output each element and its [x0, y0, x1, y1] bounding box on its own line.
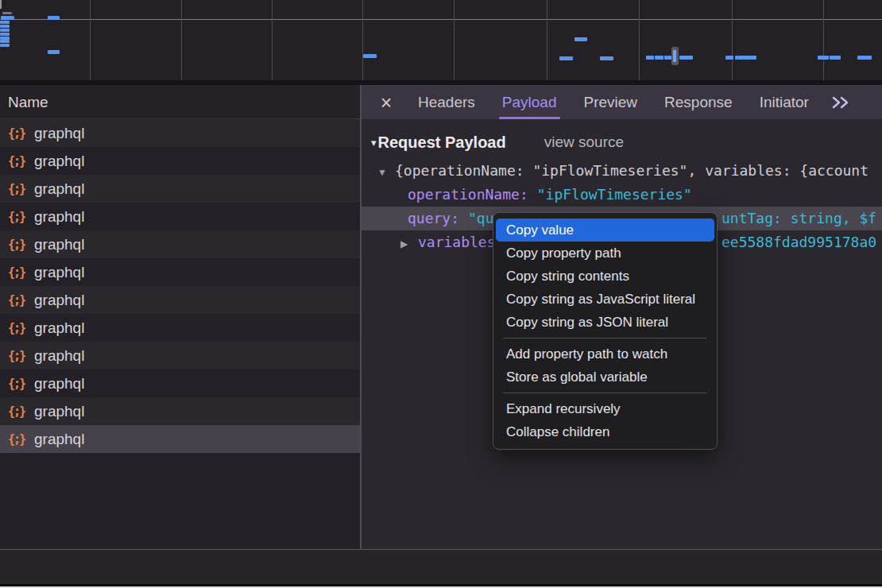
json-icon: {;} — [8, 210, 29, 224]
request-row[interactable]: {;}graphql — [0, 397, 360, 425]
menu-item-copy-string-json-literal[interactable]: Copy string as JSON literal — [493, 311, 717, 334]
waterfall-bar[interactable] — [1, 16, 13, 20]
json-icon: {;} — [8, 321, 29, 335]
waterfall-bar[interactable] — [363, 54, 377, 58]
tab-preview[interactable]: Preview — [584, 85, 638, 119]
json-icon: {;} — [8, 349, 29, 363]
json-icon: {;} — [8, 432, 29, 447]
request-row[interactable]: {;}graphql — [0, 258, 360, 286]
overview-vertical-gridline — [639, 0, 640, 80]
waterfall-bar[interactable] — [725, 56, 733, 60]
request-list-panel: Name {;}graphql {;}graphql {;}graphql {;… — [0, 85, 360, 549]
json-icon: {;} — [8, 182, 29, 196]
request-row[interactable]: {;}graphql — [0, 314, 360, 342]
json-icon: {;} — [8, 154, 29, 168]
menu-item-copy-value[interactable]: Copy value — [496, 219, 714, 242]
waterfall-bar[interactable] — [2, 12, 12, 14]
waterfall-selection-bar — [673, 50, 676, 62]
network-overview-waterfall[interactable] — [0, 0, 882, 80]
collapse-triangle-icon: ▾ — [371, 137, 377, 149]
tab-response[interactable]: Response — [664, 85, 733, 119]
view-source-link[interactable]: view source — [544, 133, 624, 151]
request-row[interactable]: {;}graphql — [0, 230, 360, 258]
json-icon: {;} — [8, 404, 29, 419]
waterfall-bar[interactable] — [0, 40, 10, 43]
request-name: graphql — [34, 208, 84, 226]
json-string-value-end: ee5588fdad995178a0 — [721, 230, 876, 254]
request-row[interactable]: {;}graphql — [0, 342, 360, 369]
overview-vertical-gridline — [454, 0, 455, 80]
request-payload-section-header[interactable]: ▾ Request Payload view source — [362, 130, 882, 155]
waterfall-bar[interactable] — [830, 56, 841, 60]
request-name: graphql — [34, 347, 84, 365]
expanded-triangle-icon[interactable]: ▼ — [377, 161, 395, 183]
request-row[interactable]: {;}graphql — [0, 203, 360, 230]
waterfall-bar[interactable] — [0, 44, 10, 47]
request-name: graphql — [34, 125, 84, 142]
overview-vertical-gridline — [362, 0, 363, 80]
request-row[interactable]: {;}graphql — [0, 119, 360, 147]
panel-divider[interactable] — [360, 85, 362, 585]
waterfall-bar[interactable] — [600, 56, 613, 60]
waterfall-bar[interactable] — [48, 16, 60, 20]
close-icon[interactable]: × — [377, 87, 395, 118]
request-name: graphql — [34, 403, 84, 420]
waterfall-bar[interactable] — [738, 56, 756, 60]
tab-payload[interactable]: Payload — [502, 85, 557, 119]
json-icon: {;} — [8, 126, 29, 141]
menu-item-expand-recursively[interactable]: Expand recursively — [493, 397, 717, 420]
more-tabs-icon[interactable] — [830, 96, 851, 109]
json-string-value-end: untTag: string, $f — [721, 207, 876, 230]
request-list: {;}graphql {;}graphql {;}graphql {;}grap… — [0, 119, 360, 453]
menu-item-add-property-path-to-watch[interactable]: Add property path to watch — [493, 342, 717, 366]
waterfall-bar[interactable] — [857, 56, 872, 60]
request-row[interactable]: {;}graphql — [0, 147, 360, 175]
waterfall-bar[interactable] — [574, 37, 587, 41]
tab-headers[interactable]: Headers — [418, 85, 475, 119]
details-tabbar: × Headers Payload Preview Response Initi… — [362, 85, 882, 119]
waterfall-bar[interactable] — [48, 50, 60, 54]
waterfall-bar[interactable] — [655, 56, 663, 60]
request-row-selected[interactable]: {;}graphql — [0, 425, 360, 453]
corner-tick — [0, 0, 2, 9]
menu-item-copy-string-js-literal[interactable]: Copy string as JavaScript literal — [493, 288, 717, 311]
menu-separator — [503, 338, 707, 338]
overview-horizontal-gridline — [0, 19, 882, 20]
name-column-header[interactable]: Name — [0, 85, 360, 119]
request-row[interactable]: {;}graphql — [0, 175, 360, 203]
name-column-label: Name — [8, 94, 48, 110]
menu-item-store-as-global-variable[interactable]: Store as global variable — [493, 366, 717, 389]
waterfall-bar[interactable] — [646, 56, 654, 60]
request-name: graphql — [34, 264, 84, 281]
operation-name-row[interactable]: operationName:"ipFlowTimeseries" — [362, 183, 882, 207]
waterfall-bar[interactable] — [0, 25, 10, 28]
overview-vertical-gridline — [823, 0, 824, 80]
json-icon: {;} — [8, 293, 29, 308]
json-icon: {;} — [8, 238, 29, 252]
waterfall-bar[interactable] — [0, 33, 10, 36]
request-name: graphql — [34, 180, 84, 198]
waterfall-bar[interactable] — [559, 56, 573, 60]
waterfall-bar[interactable] — [13, 16, 14, 20]
menu-item-copy-property-path[interactable]: Copy property path — [493, 242, 717, 265]
overview-vertical-gridline — [181, 0, 182, 80]
request-row[interactable]: {;}graphql — [0, 369, 360, 397]
menu-item-collapse-children[interactable]: Collapse children — [493, 420, 717, 443]
request-name: graphql — [34, 236, 84, 253]
request-name: graphql — [34, 292, 84, 309]
waterfall-bar[interactable] — [0, 29, 10, 32]
footer-bar — [0, 549, 882, 585]
devtools-network-panel: Name {;}graphql {;}graphql {;}graphql {;… — [0, 0, 882, 588]
json-key: variables — [418, 234, 496, 250]
context-menu: Copy value Copy property path Copy strin… — [493, 212, 718, 450]
overview-vertical-gridline — [272, 0, 273, 80]
menu-item-copy-string-contents[interactable]: Copy string contents — [493, 265, 717, 288]
collapsed-triangle-icon[interactable]: ▶ — [400, 232, 418, 254]
request-row[interactable]: {;}graphql — [0, 286, 360, 314]
waterfall-bar[interactable] — [0, 21, 10, 24]
waterfall-bar[interactable] — [818, 56, 829, 60]
payload-root-row[interactable]: ▼{operationName: "ipFlowTimeseries", var… — [362, 159, 882, 183]
waterfall-bar[interactable] — [679, 56, 693, 60]
tab-initiator[interactable]: Initiator — [760, 85, 809, 119]
request-name: graphql — [34, 319, 84, 337]
